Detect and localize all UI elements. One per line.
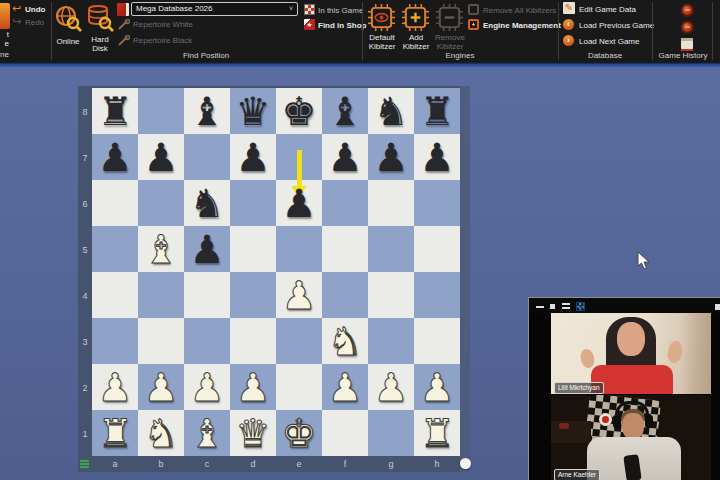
square-g3[interactable]: [368, 318, 414, 364]
square-g4[interactable]: [368, 272, 414, 318]
black-pawn-h7[interactable]: ♟: [414, 134, 460, 180]
repertoire-white-button[interactable]: Repertoire White: [118, 19, 298, 31]
square-d6[interactable]: [230, 180, 276, 226]
reference-database-dropdown[interactable]: Mega Database 2026 ˅: [131, 2, 298, 16]
square-h3[interactable]: [414, 318, 460, 364]
square-b4[interactable]: [138, 272, 184, 318]
restore-icon[interactable]: [550, 304, 555, 309]
square-g5[interactable]: [368, 226, 414, 272]
video-feed-bottom[interactable]: Arne Kaehler: [551, 395, 711, 480]
square-e3[interactable]: [276, 318, 322, 364]
square-a5[interactable]: [92, 226, 138, 272]
edit-game-data-button[interactable]: ✎ Edit Game Data: [563, 3, 649, 16]
black-bishop-f8[interactable]: ♝: [322, 88, 368, 134]
game-history-button-1[interactable]: [681, 4, 694, 17]
remove-all-kibitzers-button[interactable]: Remove All Kibitzers: [468, 4, 558, 16]
hard-disk-button[interactable]: Hard Disk: [85, 4, 115, 56]
black-pawn-c5[interactable]: ♟: [184, 226, 230, 272]
black-pawn-b7[interactable]: ♟: [138, 134, 184, 180]
white-pawn-g2[interactable]: ♟: [368, 364, 414, 410]
square-d4[interactable]: [230, 272, 276, 318]
board-menu-icon[interactable]: [80, 460, 89, 468]
redo-button[interactable]: ↪ Redo: [12, 16, 50, 28]
game-history-button-2[interactable]: [681, 21, 694, 34]
engine-management-button[interactable]: Engine Management: [468, 19, 558, 31]
video-call-titlebar[interactable]: [529, 298, 720, 313]
square-g6[interactable]: [368, 180, 414, 226]
white-knight-f3[interactable]: ♞: [322, 318, 368, 364]
square-a6[interactable]: [92, 180, 138, 226]
find-in-shop-button[interactable]: ★ Find in Shop: [304, 19, 360, 31]
square-f1[interactable]: [322, 410, 368, 456]
square-g1[interactable]: [368, 410, 414, 456]
square-c3[interactable]: [184, 318, 230, 364]
square-e5[interactable]: [276, 226, 322, 272]
board-resize-handle[interactable]: [460, 458, 471, 469]
online-button[interactable]: Online: [53, 4, 83, 46]
menu-icon[interactable]: [562, 303, 570, 309]
square-c4[interactable]: [184, 272, 230, 318]
black-knight-g8[interactable]: ♞: [368, 88, 414, 134]
white-king-e1[interactable]: ♚: [276, 410, 322, 456]
white-rook-h1[interactable]: ♜: [414, 410, 460, 456]
add-kibitzer-label-line2: Kibitzer: [397, 42, 435, 51]
black-knight-c6[interactable]: ♞: [184, 180, 230, 226]
white-queen-d1[interactable]: ♛: [230, 410, 276, 456]
load-previous-game-button[interactable]: ‹ Load Previous Game: [563, 19, 649, 32]
square-h6[interactable]: [414, 180, 460, 226]
square-h5[interactable]: [414, 226, 460, 272]
grid-view-icon[interactable]: [576, 302, 585, 311]
load-next-game-label: Load Next Game: [579, 37, 639, 46]
black-pawn-d7[interactable]: ♟: [230, 134, 276, 180]
black-bishop-c8[interactable]: ♝: [184, 88, 230, 134]
square-f5[interactable]: [322, 226, 368, 272]
white-knight-b1[interactable]: ♞: [138, 410, 184, 456]
find-in-shop-icon: ★: [304, 19, 315, 30]
repertoire-black-button[interactable]: Repertoire Black: [118, 35, 298, 47]
white-pawn-b2[interactable]: ♟: [138, 364, 184, 410]
white-pawn-f2[interactable]: ♟: [322, 364, 368, 410]
square-a3[interactable]: [92, 318, 138, 364]
white-pawn-c2[interactable]: ♟: [184, 364, 230, 410]
square-b8[interactable]: [138, 88, 184, 134]
chevron-down-icon: ˅: [289, 3, 293, 15]
black-pawn-f7[interactable]: ♟: [322, 134, 368, 180]
in-this-game-button[interactable]: In this Game: [304, 4, 360, 16]
titlebar-right-icon[interactable]: [715, 304, 720, 310]
cut-off-button-icon[interactable]: [0, 3, 10, 29]
white-pawn-a2[interactable]: ♟: [92, 364, 138, 410]
square-d5[interactable]: [230, 226, 276, 272]
square-a4[interactable]: [92, 272, 138, 318]
black-rook-a8[interactable]: ♜: [92, 88, 138, 134]
video-feed-top[interactable]: Lilit Mkrtchyan: [551, 313, 711, 394]
square-h4[interactable]: [414, 272, 460, 318]
black-rook-h8[interactable]: ♜: [414, 88, 460, 134]
default-kibitzer-button[interactable]: Default Kibitzer: [366, 4, 398, 48]
white-pawn-h2[interactable]: ♟: [414, 364, 460, 410]
black-king-e8[interactable]: ♚: [276, 88, 322, 134]
load-next-game-button[interactable]: › Load Next Game: [563, 35, 649, 48]
white-pawn-d2[interactable]: ♟: [230, 364, 276, 410]
square-b3[interactable]: [138, 318, 184, 364]
black-pawn-g7[interactable]: ♟: [368, 134, 414, 180]
minimize-icon[interactable]: [536, 306, 544, 308]
square-c7[interactable]: [184, 134, 230, 180]
square-e2[interactable]: [276, 364, 322, 410]
black-pawn-a7[interactable]: ♟: [92, 134, 138, 180]
white-rook-a1[interactable]: ♜: [92, 410, 138, 456]
app-window: t e ne ↩ Undo ↪ Redo Online: [0, 0, 720, 480]
square-f6[interactable]: [322, 180, 368, 226]
white-bishop-c1[interactable]: ♝: [184, 410, 230, 456]
square-b6[interactable]: [138, 180, 184, 226]
white-bishop-b5[interactable]: ♝: [138, 226, 184, 272]
white-pawn-e4[interactable]: ♟: [276, 272, 322, 318]
add-kibitzer-button[interactable]: Add Kibitzer: [400, 4, 432, 48]
remove-kibitzer-button[interactable]: Remove Kibitzer: [434, 4, 466, 48]
black-queen-d8[interactable]: ♛: [230, 88, 276, 134]
black-pawn-e6[interactable]: ♟: [276, 180, 322, 226]
undo-button[interactable]: ↩ Undo: [12, 3, 50, 15]
square-f4[interactable]: [322, 272, 368, 318]
square-d3[interactable]: [230, 318, 276, 364]
game-history-document-icon[interactable]: [681, 38, 693, 51]
remove-kibitzer-icon: [436, 4, 463, 31]
